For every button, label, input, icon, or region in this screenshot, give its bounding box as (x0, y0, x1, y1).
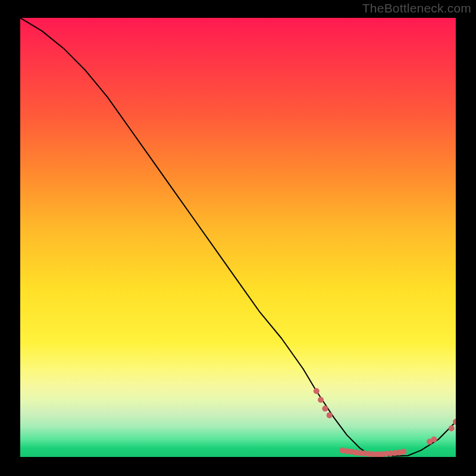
data-marker (449, 425, 455, 431)
data-marker (314, 388, 320, 394)
data-marker (400, 449, 406, 455)
bottleneck-curve (20, 18, 456, 456)
data-marker (327, 412, 333, 418)
markers-group (314, 388, 456, 457)
plot-area (20, 18, 456, 457)
chart-svg (20, 18, 456, 457)
data-marker (318, 397, 324, 403)
chart-frame: TheBottleneck.com (0, 0, 476, 476)
data-marker (431, 436, 437, 442)
data-marker (322, 406, 328, 412)
watermark-text: TheBottleneck.com (362, 1, 471, 15)
